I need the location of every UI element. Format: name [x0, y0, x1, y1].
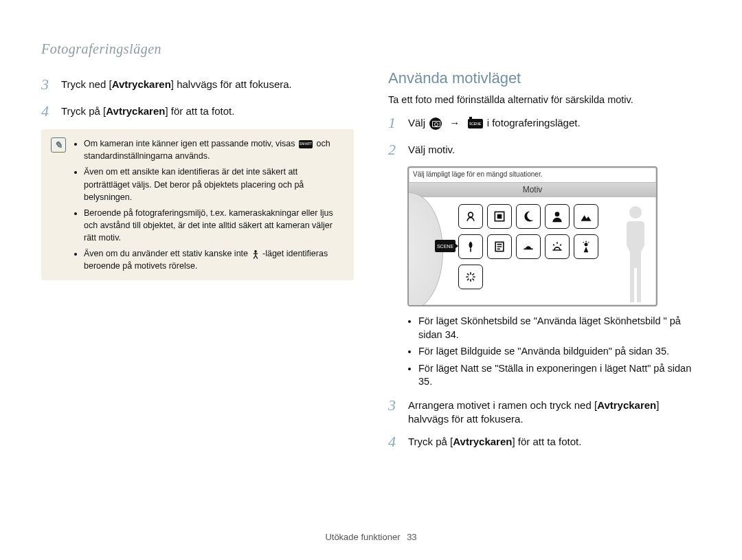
step-text: Välj → i fotograferingsläget.: [408, 113, 581, 133]
note-list: Om kameran inte känner igen ett passande…: [74, 137, 344, 272]
note-icon: ✎: [51, 137, 66, 153]
person-silhouette: [622, 206, 649, 302]
footer-label: Utökade funktioner: [325, 532, 400, 542]
camera-screen-illustration: Välj lämpligt läge för en mängd situatio…: [407, 166, 657, 306]
step-number: 2: [388, 140, 401, 160]
scene-mode-icon: [468, 119, 483, 128]
shutter-label: Avtryckaren: [106, 105, 165, 117]
scene-dawn-icon: [545, 234, 570, 259]
shutter-label: Avtryckaren: [112, 78, 171, 90]
svg-rect-3: [497, 214, 502, 219]
note-item: Även om du använder ett stativ kanske in…: [84, 247, 344, 272]
arrow-icon: →: [449, 117, 460, 128]
scene-fireworks-icon: [458, 265, 483, 289]
text-fragment: ] för att ta fotot.: [165, 105, 234, 117]
scene-sunset-icon: [516, 234, 541, 259]
bullet-item: För läget Natt se "Ställa in exponeringe…: [418, 362, 701, 389]
step-3-left: 3 Tryck ned [Avtryckaren] halvvägs för a…: [41, 75, 354, 95]
breadcrumb: Fotograferingslägen: [41, 41, 701, 57]
step-text: Välj motiv.: [408, 140, 455, 160]
scene-night-icon: [516, 204, 541, 229]
note-box: ✎ Om kameran inte känner igen ett passan…: [41, 129, 354, 280]
screen-hint-text: Välj lämpligt läge för en mängd situatio…: [409, 168, 656, 182]
smart-icon: [299, 140, 313, 148]
section-heading: Använda motivläget: [388, 69, 701, 87]
tripod-person-icon: [251, 249, 260, 259]
svg-point-6: [585, 243, 588, 246]
screen-title: Motiv: [409, 182, 656, 197]
scene-beauty-icon: [458, 204, 483, 229]
scene-closeup-icon: [458, 234, 483, 259]
text-fragment: Även om du använder ett stativ kanske in…: [84, 249, 251, 258]
scene-landscape-icon: [574, 204, 598, 229]
scene-icon-grid: [458, 204, 626, 289]
shutter-label: Avtryckaren: [597, 399, 656, 411]
manual-page: Fotograferingslägen 3 Tryck ned [Avtryck…: [0, 0, 742, 560]
text-fragment: Tryck på [: [61, 105, 106, 117]
scene-backlight-icon: [574, 234, 598, 259]
right-column: Använda motivläget Ta ett foto med förin…: [388, 69, 701, 459]
text-fragment: Välj: [408, 117, 428, 128]
text-fragment: Arrangera motivet i ramen och tryck ned …: [408, 399, 597, 411]
step-3-right: 3 Arrangera motivet i ramen och tryck ne…: [388, 396, 701, 425]
step-1-right: 1 Välj → i fotograferingsläget.: [388, 113, 701, 133]
note-item: Om kameran inte känner igen ett passande…: [84, 137, 344, 162]
bullet-item: För läget Bildguide se "Använda bildguid…: [418, 345, 701, 359]
step-text: Arrangera motivet i ramen och tryck ned …: [408, 396, 701, 425]
text-fragment: ] för att ta fotot.: [512, 436, 581, 447]
step-number: 4: [388, 432, 401, 452]
section-lead: Ta ett foto med förinställda alternativ …: [388, 94, 701, 105]
note-item: Beroende på fotograferingsmiljö, t.ex. k…: [84, 207, 344, 244]
step-4-left: 4 Tryck på [Avtryckaren] för att ta foto…: [41, 102, 354, 122]
text-fragment: ] halvvägs för att fokusera.: [171, 78, 292, 90]
svg-point-1: [469, 212, 473, 217]
step-number: 1: [388, 113, 401, 133]
step-number: 4: [41, 102, 54, 122]
scene-guide-icon: [487, 204, 512, 229]
shutter-label: Avtryckaren: [453, 436, 512, 447]
text-fragment: Tryck på [: [408, 436, 453, 447]
page-footer: Utökade funktioner 33: [0, 532, 742, 542]
step-text: Tryck på [Avtryckaren] för att ta fotot.: [408, 432, 581, 452]
svg-point-4: [555, 212, 560, 217]
step-2-right: 2 Välj motiv.: [388, 140, 701, 160]
step-number: 3: [41, 75, 54, 95]
scene-portrait-icon: [545, 204, 570, 229]
scene-text-icon: [487, 234, 512, 259]
note-item: Även om ett ansikte kan identifieras är …: [84, 166, 344, 203]
text-fragment: i fotograferingsläget.: [487, 117, 581, 128]
text-fragment: Om kameran inte känner igen ett passande…: [84, 139, 297, 148]
camera-mode-icon: [429, 117, 442, 130]
page-number: 33: [407, 532, 416, 542]
text-fragment: Tryck ned [: [61, 78, 112, 90]
columns: 3 Tryck ned [Avtryckaren] halvvägs för a…: [41, 69, 701, 459]
step-text: Tryck ned [Avtryckaren] halvvägs för att…: [61, 75, 292, 95]
bullet-item: För läget Skönhetsbild se "Använda läget…: [418, 315, 701, 341]
scene-chip-icon: SCENE: [435, 240, 456, 252]
step-text: Tryck på [Avtryckaren] för att ta fotot.: [61, 102, 234, 122]
step-4-right: 4 Tryck på [Avtryckaren] för att ta foto…: [388, 432, 701, 452]
left-column: 3 Tryck ned [Avtryckaren] halvvägs för a…: [41, 69, 354, 459]
step-number: 3: [388, 396, 401, 425]
reference-bullets: För läget Skönhetsbild se "Använda läget…: [407, 315, 701, 389]
